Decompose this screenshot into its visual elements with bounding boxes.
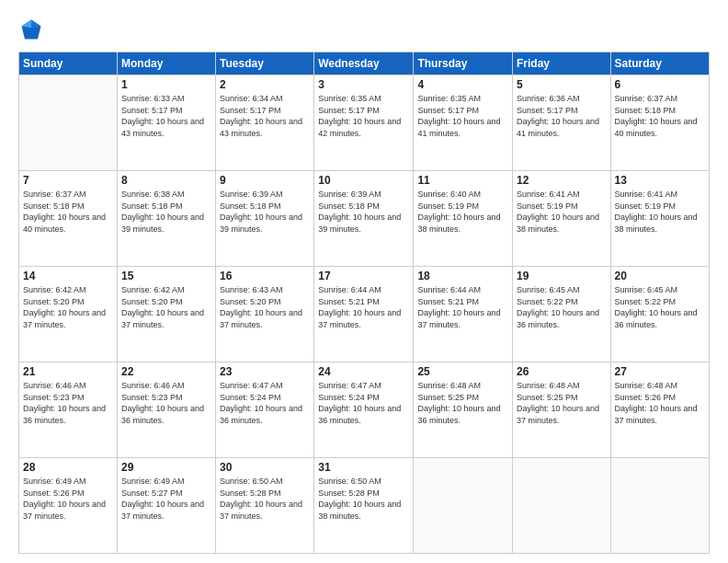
day-of-week-friday: Friday bbox=[512, 52, 610, 75]
day-number: 16 bbox=[220, 270, 310, 282]
day-info: Sunrise: 6:42 AM Sunset: 5:20 PM Dayligh… bbox=[23, 284, 113, 330]
calendar-cell: 25Sunrise: 6:48 AM Sunset: 5:25 PM Dayli… bbox=[414, 362, 513, 458]
week-row-2: 14Sunrise: 6:42 AM Sunset: 5:20 PM Dayli… bbox=[19, 267, 710, 362]
day-info: Sunrise: 6:47 AM Sunset: 5:24 PM Dayligh… bbox=[220, 380, 310, 426]
day-number: 4 bbox=[417, 78, 508, 91]
calendar-cell: 30Sunrise: 6:50 AM Sunset: 5:28 PM Dayli… bbox=[216, 458, 314, 554]
week-row-1: 7Sunrise: 6:37 AM Sunset: 5:18 PM Daylig… bbox=[19, 171, 710, 267]
logo bbox=[18, 17, 48, 42]
calendar-cell: 29Sunrise: 6:49 AM Sunset: 5:27 PM Dayli… bbox=[117, 458, 215, 554]
day-number: 27 bbox=[615, 365, 705, 378]
day-info: Sunrise: 6:48 AM Sunset: 5:26 PM Dayligh… bbox=[615, 380, 705, 426]
calendar-cell: 20Sunrise: 6:45 AM Sunset: 5:22 PM Dayli… bbox=[610, 267, 709, 362]
day-info: Sunrise: 6:48 AM Sunset: 5:25 PM Dayligh… bbox=[417, 380, 508, 426]
day-info: Sunrise: 6:44 AM Sunset: 5:21 PM Dayligh… bbox=[318, 284, 409, 330]
calendar-cell: 28Sunrise: 6:49 AM Sunset: 5:26 PM Dayli… bbox=[19, 458, 118, 554]
day-number: 21 bbox=[23, 365, 113, 378]
calendar-cell bbox=[512, 458, 610, 554]
calendar-cell: 5Sunrise: 6:36 AM Sunset: 5:17 PM Daylig… bbox=[512, 75, 610, 171]
header-row: SundayMondayTuesdayWednesdayThursdayFrid… bbox=[19, 52, 710, 75]
logo-icon bbox=[18, 17, 44, 42]
day-info: Sunrise: 6:44 AM Sunset: 5:21 PM Dayligh… bbox=[417, 284, 508, 330]
day-info: Sunrise: 6:50 AM Sunset: 5:28 PM Dayligh… bbox=[318, 476, 409, 522]
day-number: 13 bbox=[615, 174, 705, 187]
day-number: 6 bbox=[615, 78, 705, 91]
day-info: Sunrise: 6:45 AM Sunset: 5:22 PM Dayligh… bbox=[615, 284, 705, 330]
day-number: 5 bbox=[517, 78, 607, 91]
day-info: Sunrise: 6:47 AM Sunset: 5:24 PM Dayligh… bbox=[318, 380, 409, 426]
day-info: Sunrise: 6:49 AM Sunset: 5:27 PM Dayligh… bbox=[121, 476, 211, 522]
day-info: Sunrise: 6:45 AM Sunset: 5:22 PM Dayligh… bbox=[517, 284, 607, 330]
day-number: 7 bbox=[23, 174, 113, 187]
day-info: Sunrise: 6:38 AM Sunset: 5:18 PM Dayligh… bbox=[121, 189, 211, 235]
day-info: Sunrise: 6:41 AM Sunset: 5:19 PM Dayligh… bbox=[615, 189, 705, 235]
day-number: 30 bbox=[220, 461, 310, 474]
day-number: 2 bbox=[220, 78, 310, 91]
calendar-cell: 27Sunrise: 6:48 AM Sunset: 5:26 PM Dayli… bbox=[610, 362, 709, 458]
day-info: Sunrise: 6:35 AM Sunset: 5:17 PM Dayligh… bbox=[417, 93, 508, 139]
day-info: Sunrise: 6:40 AM Sunset: 5:19 PM Dayligh… bbox=[417, 189, 508, 235]
day-of-week-monday: Monday bbox=[117, 52, 215, 75]
day-number: 14 bbox=[23, 270, 113, 282]
day-info: Sunrise: 6:50 AM Sunset: 5:28 PM Dayligh… bbox=[220, 476, 310, 522]
header bbox=[18, 17, 710, 42]
calendar: SundayMondayTuesdayWednesdayThursdayFrid… bbox=[18, 52, 710, 554]
week-row-3: 21Sunrise: 6:46 AM Sunset: 5:23 PM Dayli… bbox=[19, 362, 710, 458]
day-of-week-sunday: Sunday bbox=[19, 52, 118, 75]
day-info: Sunrise: 6:37 AM Sunset: 5:18 PM Dayligh… bbox=[615, 93, 705, 139]
day-info: Sunrise: 6:37 AM Sunset: 5:18 PM Dayligh… bbox=[23, 189, 113, 235]
page: SundayMondayTuesdayWednesdayThursdayFrid… bbox=[0, 0, 728, 563]
day-info: Sunrise: 6:39 AM Sunset: 5:18 PM Dayligh… bbox=[220, 189, 310, 235]
day-number: 9 bbox=[220, 174, 310, 187]
calendar-cell: 4Sunrise: 6:35 AM Sunset: 5:17 PM Daylig… bbox=[414, 75, 513, 171]
calendar-cell: 21Sunrise: 6:46 AM Sunset: 5:23 PM Dayli… bbox=[19, 362, 118, 458]
calendar-cell: 6Sunrise: 6:37 AM Sunset: 5:18 PM Daylig… bbox=[610, 75, 709, 171]
day-info: Sunrise: 6:36 AM Sunset: 5:17 PM Dayligh… bbox=[517, 93, 607, 139]
day-number: 15 bbox=[121, 270, 211, 282]
day-number: 12 bbox=[517, 174, 607, 187]
calendar-cell: 18Sunrise: 6:44 AM Sunset: 5:21 PM Dayli… bbox=[414, 267, 513, 362]
day-info: Sunrise: 6:34 AM Sunset: 5:17 PM Dayligh… bbox=[220, 93, 310, 139]
week-row-4: 28Sunrise: 6:49 AM Sunset: 5:26 PM Dayli… bbox=[19, 458, 710, 554]
day-info: Sunrise: 6:42 AM Sunset: 5:20 PM Dayligh… bbox=[121, 284, 211, 330]
day-of-week-tuesday: Tuesday bbox=[216, 52, 314, 75]
day-info: Sunrise: 6:41 AM Sunset: 5:19 PM Dayligh… bbox=[517, 189, 607, 235]
day-number: 11 bbox=[417, 174, 508, 187]
calendar-cell: 23Sunrise: 6:47 AM Sunset: 5:24 PM Dayli… bbox=[216, 362, 314, 458]
calendar-cell: 24Sunrise: 6:47 AM Sunset: 5:24 PM Dayli… bbox=[314, 362, 414, 458]
day-number: 25 bbox=[417, 365, 508, 378]
calendar-cell: 12Sunrise: 6:41 AM Sunset: 5:19 PM Dayli… bbox=[512, 171, 610, 267]
day-number: 26 bbox=[517, 365, 607, 378]
day-info: Sunrise: 6:49 AM Sunset: 5:26 PM Dayligh… bbox=[23, 476, 113, 522]
calendar-cell bbox=[414, 458, 513, 554]
day-of-week-saturday: Saturday bbox=[610, 52, 709, 75]
calendar-header: SundayMondayTuesdayWednesdayThursdayFrid… bbox=[19, 52, 710, 75]
calendar-cell: 10Sunrise: 6:39 AM Sunset: 5:18 PM Dayli… bbox=[314, 171, 414, 267]
calendar-cell bbox=[19, 75, 118, 171]
calendar-cell: 22Sunrise: 6:46 AM Sunset: 5:23 PM Dayli… bbox=[117, 362, 215, 458]
week-row-0: 1Sunrise: 6:33 AM Sunset: 5:17 PM Daylig… bbox=[19, 75, 710, 171]
day-number: 1 bbox=[121, 78, 211, 91]
day-number: 20 bbox=[615, 270, 705, 282]
calendar-cell: 8Sunrise: 6:38 AM Sunset: 5:18 PM Daylig… bbox=[117, 171, 215, 267]
day-number: 19 bbox=[517, 270, 607, 282]
calendar-cell: 14Sunrise: 6:42 AM Sunset: 5:20 PM Dayli… bbox=[19, 267, 118, 362]
day-of-week-thursday: Thursday bbox=[414, 52, 513, 75]
calendar-cell: 16Sunrise: 6:43 AM Sunset: 5:20 PM Dayli… bbox=[216, 267, 314, 362]
day-info: Sunrise: 6:33 AM Sunset: 5:17 PM Dayligh… bbox=[121, 93, 211, 139]
calendar-cell: 3Sunrise: 6:35 AM Sunset: 5:17 PM Daylig… bbox=[314, 75, 414, 171]
day-number: 10 bbox=[318, 174, 409, 187]
calendar-cell: 7Sunrise: 6:37 AM Sunset: 5:18 PM Daylig… bbox=[19, 171, 118, 267]
calendar-cell: 31Sunrise: 6:50 AM Sunset: 5:28 PM Dayli… bbox=[314, 458, 414, 554]
calendar-cell: 17Sunrise: 6:44 AM Sunset: 5:21 PM Dayli… bbox=[314, 267, 414, 362]
day-number: 23 bbox=[220, 365, 310, 378]
day-info: Sunrise: 6:46 AM Sunset: 5:23 PM Dayligh… bbox=[23, 380, 113, 426]
day-info: Sunrise: 6:43 AM Sunset: 5:20 PM Dayligh… bbox=[220, 284, 310, 330]
day-of-week-wednesday: Wednesday bbox=[314, 52, 414, 75]
calendar-cell: 11Sunrise: 6:40 AM Sunset: 5:19 PM Dayli… bbox=[414, 171, 513, 267]
day-number: 31 bbox=[318, 461, 409, 474]
day-number: 24 bbox=[318, 365, 409, 378]
calendar-cell: 19Sunrise: 6:45 AM Sunset: 5:22 PM Dayli… bbox=[512, 267, 610, 362]
day-number: 29 bbox=[121, 461, 211, 474]
day-number: 28 bbox=[23, 461, 113, 474]
